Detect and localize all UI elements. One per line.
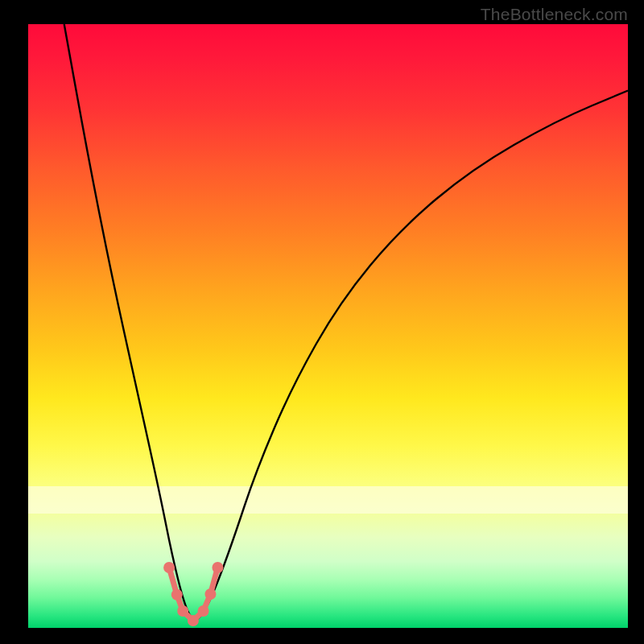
bottleneck-curve [64, 24, 628, 620]
watermark-text: TheBottleneck.com [481, 5, 628, 24]
chart-stage: TheBottleneck.com [0, 0, 644, 644]
plot-area [28, 24, 628, 628]
marker-group [163, 562, 223, 626]
curve-layer [28, 24, 628, 628]
marker-dot [204, 588, 216, 600]
marker-dot [163, 562, 175, 573]
marker-dot [171, 589, 183, 601]
marker-dot [177, 605, 188, 617]
marker-dot [188, 615, 199, 626]
marker-dot [212, 562, 223, 573]
marker-dot [198, 605, 209, 617]
